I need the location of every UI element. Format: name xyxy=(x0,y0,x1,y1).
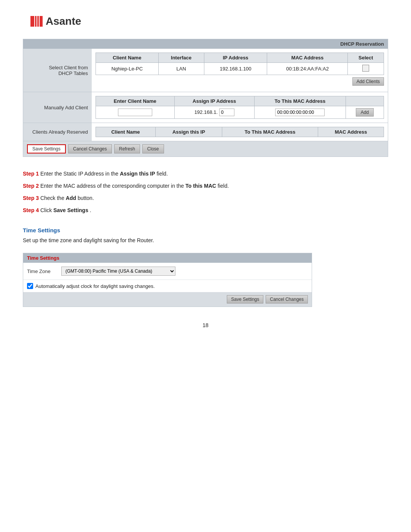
svg-rect-1 xyxy=(35,16,37,27)
time-cancel-changes-button[interactable]: Cancel Changes xyxy=(266,295,308,304)
manual-add-table: Enter Client Name Assign IP Address To T… xyxy=(96,96,384,119)
brand-name: Asante xyxy=(46,15,81,27)
mac-input[interactable] xyxy=(275,109,325,116)
manually-add-content: Enter Client Name Assign IP Address To T… xyxy=(92,92,388,123)
manual-mac-cell[interactable] xyxy=(254,106,346,119)
step-2: Step 2 Enter the MAC address of the corr… xyxy=(23,181,388,191)
dhcp-panel-title: DHCP Reservation xyxy=(23,39,388,49)
select-checkbox[interactable] xyxy=(362,65,369,72)
step2-label: Step 2 xyxy=(23,183,39,189)
col-add-action xyxy=(346,96,384,106)
col-enter-client-name: Enter Client Name xyxy=(96,96,175,106)
manual-add-btn-cell[interactable]: Add xyxy=(346,106,384,119)
col-mac-address: MAC Address xyxy=(267,53,348,63)
cell-mac: 00:1B:24:AA:FA:A2 xyxy=(267,63,348,75)
res-col-client-name: Client Name xyxy=(96,127,156,137)
step1-suffix: field. xyxy=(156,171,168,177)
step2-suffix: field. xyxy=(218,183,229,189)
cancel-changes-button[interactable]: Cancel Changes xyxy=(68,144,112,153)
step-1: Step 1 Enter the Static IP Address in th… xyxy=(23,168,388,179)
step4-suffix: . xyxy=(90,207,91,213)
manual-client-name-cell[interactable] xyxy=(96,106,175,119)
time-panel-footer: Save Settings Cancel Changes xyxy=(23,292,312,307)
refresh-button[interactable]: Refresh xyxy=(114,144,140,153)
time-zone-label: Time Zone xyxy=(27,268,57,274)
time-panel-body: Time Zone (GMT-12:00) International Date… xyxy=(23,263,312,280)
time-settings-panel: Time Settings Time Zone (GMT-12:00) Inte… xyxy=(23,253,312,307)
step3-suffix: button. xyxy=(78,195,94,201)
col-ip-address: IP Address xyxy=(204,53,267,63)
add-clients-button[interactable]: Add Clients xyxy=(352,77,384,86)
ip-suffix-input[interactable] xyxy=(219,109,234,116)
step-3: Step 3 Check the Add button. xyxy=(23,193,388,203)
reserved-label: Clients Already Reserved xyxy=(23,123,92,141)
save-settings-button[interactable]: Save Settings xyxy=(27,144,66,153)
time-settings-heading: Time Settings xyxy=(23,227,388,233)
step1-bold: Assign this IP xyxy=(120,171,155,177)
daylight-saving-label: Automatically adjust clock for daylight … xyxy=(35,283,155,289)
table-row: Nghiep-Le-PC LAN 192.168.1.100 00:1B:24:… xyxy=(96,63,384,75)
col-to-mac: To This MAC Address xyxy=(254,96,346,106)
select-client-content: Client Name Interface IP Address MAC Add… xyxy=(92,49,388,92)
asante-logo-icon xyxy=(30,16,43,27)
step1-label: Step 1 xyxy=(23,171,39,177)
reserved-table: Client Name Assign this IP To This MAC A… xyxy=(96,127,384,137)
select-client-section: Select Client from DHCP Tables Client Na… xyxy=(23,49,388,92)
reserved-section: Clients Already Reserved Client Name Ass… xyxy=(23,123,388,141)
dhcp-footer: Save Settings Cancel Changes Refresh Clo… xyxy=(23,141,388,157)
logo-area: Asante xyxy=(23,15,388,27)
manually-add-section: Manually Add Client Enter Client Name As… xyxy=(23,92,388,123)
daylight-saving-row: Automatically adjust clock for daylight … xyxy=(23,280,312,292)
res-col-to-mac: To This MAC Address xyxy=(222,127,318,137)
enter-client-name-input[interactable] xyxy=(118,109,152,116)
close-button[interactable]: Close xyxy=(142,144,164,153)
add-clients-row: Add Clients xyxy=(96,75,384,88)
step-4: Step 4 Click Save Settings . xyxy=(23,205,388,216)
col-assign-ip: Assign IP Address xyxy=(174,96,254,106)
res-col-mac: MAC Address xyxy=(318,127,384,137)
step3-text: Check the xyxy=(40,195,66,201)
manually-add-label: Manually Add Client xyxy=(23,92,92,123)
step4-bold: Save Settings xyxy=(53,207,88,213)
dhcp-clients-table: Client Name Interface IP Address MAC Add… xyxy=(96,53,384,75)
dhcp-reservation-panel: DHCP Reservation Select Client from DHCP… xyxy=(23,39,388,157)
cell-ip: 192.168.1.100 xyxy=(204,63,267,75)
manual-add-row: 192.168.1. Add xyxy=(96,106,384,119)
step3-bold: Add xyxy=(66,195,76,201)
step4-label: Step 4 xyxy=(23,207,39,213)
time-save-settings-button[interactable]: Save Settings xyxy=(227,295,263,304)
cell-select[interactable] xyxy=(348,63,384,75)
step3-label: Step 3 xyxy=(23,195,39,201)
cell-client-name: Nghiep-Le-PC xyxy=(96,63,159,75)
step2-text: Enter the MAC address of the correspondi… xyxy=(40,183,185,189)
svg-rect-2 xyxy=(37,16,39,27)
col-client-name: Client Name xyxy=(96,53,159,63)
col-interface: Interface xyxy=(158,53,204,63)
reserved-content: Client Name Assign this IP To This MAC A… xyxy=(92,123,388,141)
svg-rect-0 xyxy=(30,16,34,27)
step1-text: Enter the Static IP Address in the xyxy=(40,171,120,177)
daylight-saving-checkbox[interactable] xyxy=(27,283,33,289)
logo: Asante xyxy=(30,15,388,27)
step4-text: Click xyxy=(40,207,53,213)
time-settings-desc: Set up the time zone and daylight saving… xyxy=(23,237,388,243)
page-number: 18 xyxy=(23,322,388,328)
res-col-assign-ip: Assign this IP xyxy=(156,127,222,137)
step2-bold: To this MAC xyxy=(185,183,216,189)
ip-prefix: 192.168.1. xyxy=(194,109,218,115)
add-button[interactable]: Add xyxy=(356,108,374,117)
select-client-label: Select Client from DHCP Tables xyxy=(23,49,92,92)
col-select: Select xyxy=(348,53,384,63)
svg-rect-3 xyxy=(40,16,43,27)
steps-section: Step 1 Enter the Static IP Address in th… xyxy=(23,168,388,216)
time-zone-select[interactable]: (GMT-12:00) International Date Line West… xyxy=(61,267,175,276)
cell-interface: LAN xyxy=(158,63,204,75)
manual-ip-cell: 192.168.1. xyxy=(174,106,254,119)
time-panel-title: Time Settings xyxy=(23,253,312,263)
